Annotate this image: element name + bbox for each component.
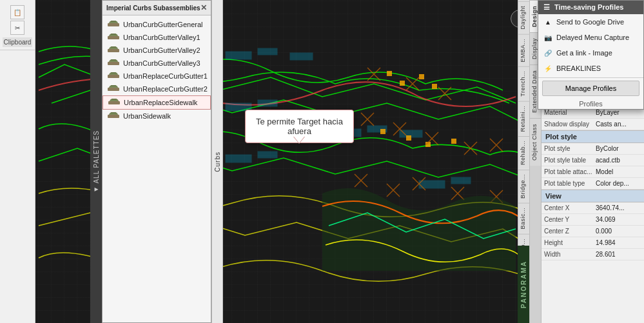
svg-rect-17: [406, 135, 411, 141]
cad-drawing: [0, 0, 542, 323]
vertical-map-tab[interactable]: EMBA...: [518, 34, 529, 66]
all-palettes-bar[interactable]: ◄ ALL PALETTES: [90, 0, 102, 323]
svg-rect-1: [258, 48, 277, 55]
clipboard-title: Clipboard: [3, 37, 32, 47]
svg-rect-47: [111, 21, 116, 22]
view-section-header[interactable]: View: [542, 190, 644, 202]
menu-item-icon: ▲: [543, 17, 552, 26]
object-class-tab[interactable]: Object Class: [530, 118, 541, 166]
clipboard-section: 📋 ✂ Clipboard: [0, 0, 35, 50]
svg-rect-48: [108, 36, 119, 39]
prop-value: 34.069: [596, 216, 641, 223]
subassembly-item[interactable]: UrbanCurbGutterValley2: [102, 44, 211, 57]
all-palettes-label: ◄ ALL PALETTES: [93, 130, 100, 193]
subassemblies-panel: Imperial Curbs Subassemblies ✕ UrbanCurb…: [102, 0, 211, 323]
property-row: Plot table typeColor dep...: [542, 178, 644, 190]
subassembly-label: UrbanCurbGutterValley2: [123, 46, 200, 54]
curbs-tab[interactable]: Curbs: [211, 0, 223, 323]
plot-section-header[interactable]: Plot style: [542, 130, 644, 143]
property-row: Plot style tableacad.ctb: [542, 155, 644, 166]
svg-rect-50: [108, 49, 119, 52]
svg-rect-55: [111, 72, 116, 73]
property-row: Center Z0.000: [542, 226, 644, 237]
plot-properties: Plot styleByColorPlot style tableacad.ct…: [542, 143, 644, 190]
close-subassemblies-button[interactable]: ✕: [200, 3, 207, 12]
profiles-title-icon: ☰: [543, 3, 550, 11]
svg-rect-13: [400, 81, 405, 86]
menu-item-label: BREAKLINES: [556, 64, 601, 72]
menu-item-icon: 🔗: [543, 48, 552, 57]
subassembly-item[interactable]: UrbanReplaceCurbGutter2: [102, 83, 211, 95]
paste-button[interactable]: 📋: [10, 5, 24, 19]
prop-label: Plot table type: [544, 180, 596, 187]
manage-profiles-button[interactable]: Manage Profiles: [542, 81, 639, 96]
subassemblies-title: Imperial Curbs Subassemblies: [106, 5, 200, 12]
prop-label: Material: [544, 109, 596, 116]
subassembly-item[interactable]: UrbanCurbGutterGeneral: [102, 18, 211, 31]
tooltip-line1: Te permite Target hacia: [256, 117, 343, 126]
property-row: Plot table attac...Model: [542, 166, 644, 178]
svg-rect-51: [111, 46, 116, 48]
subassembly-label: UrbanReplaceSidewalk: [124, 99, 197, 106]
property-row: Shadow displayCasts an...: [542, 119, 644, 130]
prop-value: Model: [596, 168, 641, 175]
vertical-map-tab[interactable]: Basic...: [518, 203, 529, 233]
prop-label: Width: [544, 251, 596, 258]
subassembly-item[interactable]: UrbanCurbGutterValley3: [102, 57, 211, 70]
svg-rect-11: [451, 177, 471, 184]
vertical-map-tab[interactable]: Retaini...: [518, 101, 529, 136]
svg-rect-16: [380, 129, 385, 134]
prop-value: 3640.74...: [596, 204, 641, 211]
profiles-title-label: Time-saving Profiles: [554, 3, 623, 11]
subassembly-item[interactable]: UrbanReplaceSidewalk: [102, 95, 211, 110]
vertical-map-tab[interactable]: Daylight: [518, 1, 529, 34]
profiles-menu-item[interactable]: ▲Send to Google Drive: [538, 14, 643, 30]
property-row: Plot styleByColor: [542, 143, 644, 155]
svg-rect-4: [258, 100, 277, 106]
prop-label: Shadow display: [544, 121, 596, 128]
property-row: Center X3640.74...: [542, 202, 644, 214]
viz-properties: MaterialByLayerShadow displayCasts an...: [542, 107, 644, 130]
toolbar-icons: 📋 ✂: [3, 3, 32, 37]
subassembly-label: UrbanReplaceCurbGutter2: [123, 85, 208, 93]
svg-rect-0: [226, 52, 251, 59]
svg-rect-56: [108, 88, 119, 91]
svg-rect-9: [258, 152, 277, 158]
prop-value: ByColor: [596, 145, 641, 152]
prop-label: Height: [544, 239, 596, 246]
svg-rect-58: [108, 101, 120, 104]
menu-item-icon: ⚡: [543, 64, 552, 73]
svg-rect-8: [226, 155, 251, 162]
profiles-menu-item[interactable]: ⚡BREAKLINES: [538, 61, 643, 76]
svg-rect-54: [108, 75, 119, 78]
svg-rect-19: [451, 139, 456, 144]
copy-button[interactable]: ✂: [10, 21, 24, 35]
svg-rect-57: [111, 85, 116, 86]
subassembly-item[interactable]: UrbanReplaceCurbGutter1: [102, 70, 211, 83]
tooltip-line2: afuera: [256, 126, 343, 136]
profiles-menu-item[interactable]: 📷Delayed Menu Capture: [538, 30, 643, 45]
panorama-label: PANORAMA: [520, 260, 527, 308]
profiles-panel: ☰ Time-saving Profiles ▲Send to Google D…: [538, 0, 644, 110]
subassembly-label: UrbanCurbGutterGeneral: [123, 21, 203, 28]
profiles-menu-item[interactable]: 🔗Get a link - Image: [538, 45, 643, 61]
vertical-map-tab[interactable]: Trench...: [518, 66, 529, 101]
vertical-map-tab[interactable]: Rehab...: [518, 136, 529, 169]
prop-value: Color dep...: [596, 180, 641, 187]
tooltip-callout: Te permite Target hacia afuera: [245, 110, 354, 143]
subassembly-label: UrbanCurbGutterValley3: [123, 59, 200, 67]
subassemblies-list: UrbanCurbGutterGeneral UrbanCurbGutterVa…: [102, 15, 211, 322]
panorama-bar[interactable]: PANORAMA: [518, 246, 529, 323]
prop-value: ByLayer: [596, 109, 641, 116]
vertical-map-tab[interactable]: Bridge...: [518, 170, 529, 202]
svg-rect-14: [419, 74, 424, 79]
subassembly-item[interactable]: UrbanCurbGutterValley1: [102, 31, 211, 44]
profiles-section-title: Profiles: [538, 99, 643, 109]
svg-rect-53: [111, 59, 116, 61]
cad-canvas: N Te permite Target hacia afuera: [0, 0, 542, 323]
menu-item-label: Get a link - Image: [556, 49, 612, 57]
prop-label: Center Z: [544, 228, 596, 235]
prop-label: Center X: [544, 204, 596, 211]
svg-rect-46: [108, 23, 119, 26]
subassembly-item[interactable]: UrbanSidewalk: [102, 110, 211, 122]
